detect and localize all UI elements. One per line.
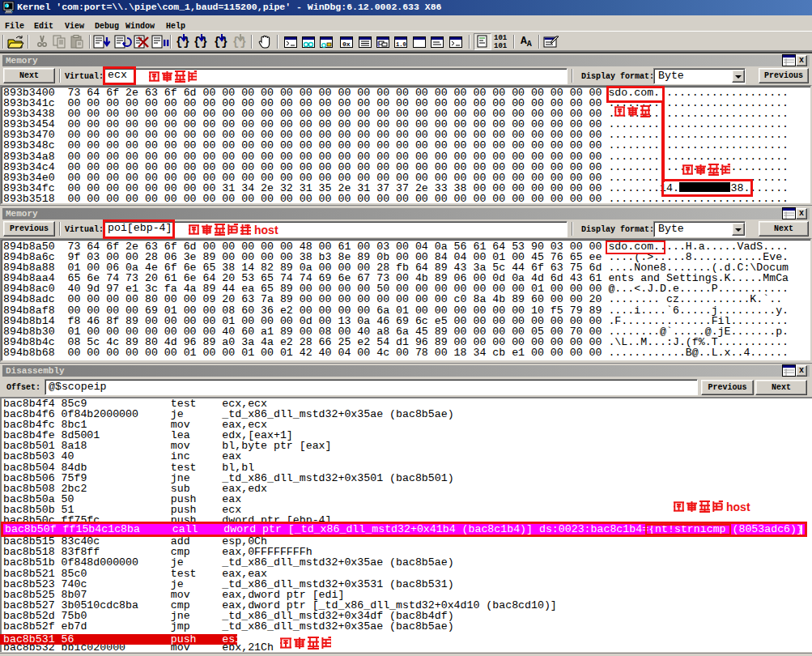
svg-text:0x: 0x (342, 40, 351, 48)
svg-text:1.0: 1.0 (396, 41, 406, 48)
svg-text:host: host (254, 224, 278, 236)
svg-text:host: host (726, 501, 750, 513)
